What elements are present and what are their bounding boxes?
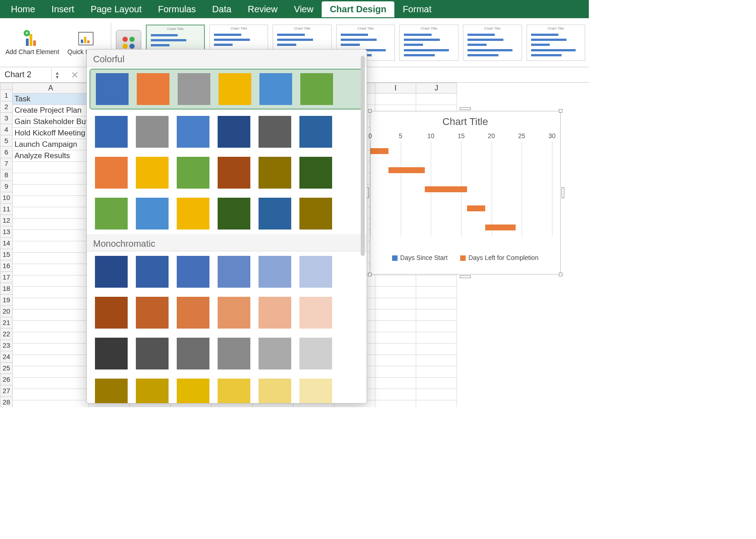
color-swatch[interactable] bbox=[259, 297, 291, 329]
row-header-11[interactable]: 11 bbox=[0, 204, 13, 215]
color-swatch[interactable] bbox=[218, 116, 250, 148]
color-swatch[interactable] bbox=[95, 379, 128, 404]
color-swatch[interactable] bbox=[177, 116, 209, 148]
color-swatch[interactable] bbox=[300, 73, 333, 105]
color-swatch[interactable] bbox=[177, 256, 209, 288]
palette-row[interactable] bbox=[87, 193, 367, 234]
tab-data[interactable]: Data bbox=[204, 1, 239, 17]
color-swatch[interactable] bbox=[96, 73, 129, 105]
color-swatch[interactable] bbox=[259, 116, 291, 148]
tab-home[interactable]: Home bbox=[3, 1, 43, 17]
row-header-8[interactable]: 8 bbox=[0, 170, 13, 181]
row-header-21[interactable]: 21 bbox=[0, 317, 13, 329]
row-header-19[interactable]: 19 bbox=[0, 294, 13, 306]
col-header-A[interactable]: A bbox=[13, 83, 89, 94]
row-header-5[interactable]: 5 bbox=[0, 135, 13, 147]
color-swatch[interactable] bbox=[177, 157, 209, 189]
color-swatch[interactable] bbox=[95, 157, 128, 189]
row-header-13[interactable]: 13 bbox=[0, 226, 13, 238]
palette-row[interactable] bbox=[87, 292, 367, 333]
row-header-6[interactable]: 6 bbox=[0, 147, 13, 158]
color-swatch[interactable] bbox=[95, 338, 128, 369]
chart-style-5[interactable]: Chart Title bbox=[399, 25, 458, 61]
gantt-bar[interactable] bbox=[467, 205, 485, 211]
color-swatch[interactable] bbox=[218, 256, 250, 288]
color-swatch[interactable] bbox=[299, 157, 332, 189]
color-swatch[interactable] bbox=[137, 73, 169, 105]
color-swatch[interactable] bbox=[136, 297, 169, 329]
row-header-9[interactable]: 9 bbox=[0, 181, 13, 192]
color-swatch[interactable] bbox=[218, 198, 250, 230]
color-swatch[interactable] bbox=[218, 338, 250, 369]
row-header-16[interactable]: 16 bbox=[0, 260, 13, 272]
color-swatch[interactable] bbox=[136, 379, 169, 404]
row-header-18[interactable]: 18 bbox=[0, 283, 13, 294]
row-header-12[interactable]: 12 bbox=[0, 215, 13, 226]
color-swatch[interactable] bbox=[259, 157, 291, 189]
popup-scrollbar[interactable] bbox=[361, 56, 365, 256]
chart-style-6[interactable]: Chart Title bbox=[463, 25, 522, 61]
row-header-23[interactable]: 23 bbox=[0, 340, 13, 351]
palette-row[interactable] bbox=[90, 69, 364, 110]
color-swatch[interactable] bbox=[95, 116, 128, 148]
palette-row[interactable] bbox=[87, 111, 367, 152]
tab-view[interactable]: View bbox=[286, 1, 322, 17]
tab-formulas[interactable]: Formulas bbox=[150, 1, 204, 17]
row-header-2[interactable]: 2 bbox=[0, 101, 13, 113]
row-header-24[interactable]: 24 bbox=[0, 351, 13, 363]
chart-style-7[interactable]: Chart Title bbox=[527, 25, 585, 61]
row-header-17[interactable]: 17 bbox=[0, 272, 13, 283]
color-swatch[interactable] bbox=[299, 379, 332, 404]
color-swatch[interactable] bbox=[219, 73, 251, 105]
tab-insert[interactable]: Insert bbox=[43, 1, 82, 17]
color-swatch[interactable] bbox=[95, 297, 128, 329]
tab-review[interactable]: Review bbox=[239, 1, 286, 17]
chart-plot-area[interactable]: 051015202530 bbox=[370, 132, 551, 241]
row-header-14[interactable]: 14 bbox=[0, 238, 13, 249]
palette-row[interactable] bbox=[87, 374, 367, 404]
color-swatch[interactable] bbox=[259, 198, 291, 230]
select-all-corner[interactable] bbox=[0, 83, 13, 90]
row-header-20[interactable]: 20 bbox=[0, 306, 13, 317]
row-header-22[interactable]: 22 bbox=[0, 329, 13, 340]
row-header-7[interactable]: 7 bbox=[0, 158, 13, 170]
row-header-15[interactable]: 15 bbox=[0, 249, 13, 260]
color-swatch[interactable] bbox=[299, 297, 332, 329]
gantt-bar[interactable] bbox=[370, 148, 388, 154]
row-header-3[interactable]: 3 bbox=[0, 113, 13, 124]
color-swatch[interactable] bbox=[218, 297, 250, 329]
color-swatch[interactable] bbox=[299, 116, 332, 148]
tab-chart-design[interactable]: Chart Design bbox=[322, 1, 394, 17]
palette-row[interactable] bbox=[87, 333, 367, 374]
row-header-10[interactable]: 10 bbox=[0, 192, 13, 204]
col-header-J[interactable]: J bbox=[416, 83, 457, 94]
chart-legend[interactable]: Days Since Start Days Left for Completio… bbox=[370, 241, 560, 261]
color-swatch[interactable] bbox=[218, 379, 250, 404]
row-header-26[interactable]: 26 bbox=[0, 374, 13, 385]
palette-row[interactable] bbox=[87, 152, 367, 193]
row-headers[interactable]: 1234567891011121314151617181920212223242… bbox=[0, 90, 13, 407]
row-header-28[interactable]: 28 bbox=[0, 397, 13, 407]
cancel-icon[interactable]: ✕ bbox=[63, 70, 87, 80]
color-swatch[interactable] bbox=[136, 157, 169, 189]
tab-format[interactable]: Format bbox=[394, 1, 439, 17]
color-swatch[interactable] bbox=[136, 116, 169, 148]
color-swatch[interactable] bbox=[178, 73, 210, 105]
embedded-chart[interactable]: Chart Title 051015202530 Days Since Star… bbox=[370, 111, 561, 274]
color-swatch[interactable] bbox=[136, 256, 169, 288]
chart-title[interactable]: Chart Title bbox=[370, 111, 560, 130]
name-box[interactable]: Chart 2 bbox=[0, 68, 52, 81]
color-swatch[interactable] bbox=[136, 338, 169, 369]
color-swatch[interactable] bbox=[259, 338, 291, 369]
color-swatch[interactable] bbox=[299, 338, 332, 369]
color-swatch[interactable] bbox=[259, 379, 291, 404]
color-swatch[interactable] bbox=[259, 73, 292, 105]
gantt-bar[interactable] bbox=[485, 225, 516, 230]
color-swatch[interactable] bbox=[177, 297, 209, 329]
row-header-27[interactable]: 27 bbox=[0, 385, 13, 397]
row-header-4[interactable]: 4 bbox=[0, 124, 13, 135]
color-swatch[interactable] bbox=[177, 338, 209, 369]
gantt-bar[interactable] bbox=[425, 186, 467, 192]
palette-row[interactable] bbox=[87, 251, 367, 292]
color-swatch[interactable] bbox=[299, 198, 332, 230]
